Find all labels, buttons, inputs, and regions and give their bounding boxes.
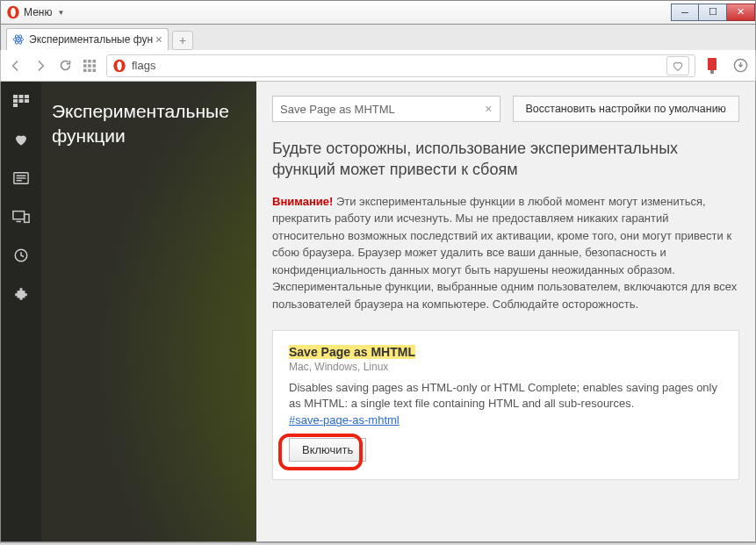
reset-defaults-button[interactable]: Восстановить настройки по умолчанию	[513, 96, 739, 122]
devices-icon[interactable]	[12, 208, 30, 226]
main-content: × Восстановить настройки по умолчанию Бу…	[256, 82, 755, 541]
menu-button[interactable]: Меню	[24, 6, 52, 18]
url-input[interactable]	[132, 59, 661, 72]
chevron-down-icon: ▼	[57, 9, 64, 17]
adblock-icon[interactable]	[704, 58, 720, 74]
warning-heading: Будьте осторожны, использование эксперим…	[272, 138, 739, 181]
tab-close-icon[interactable]: ×	[155, 32, 162, 47]
flag-search-input[interactable]	[280, 103, 485, 116]
news-icon[interactable]	[12, 169, 30, 187]
tab-title: Экспериментальные фун	[29, 33, 153, 46]
app-sidebar	[1, 82, 41, 541]
svg-rect-13	[88, 68, 91, 72]
flag-anchor-link[interactable]: #save-page-as-mhtml	[289, 413, 400, 427]
svg-rect-18	[710, 70, 714, 74]
svg-rect-20	[13, 95, 18, 98]
svg-rect-12	[83, 68, 87, 72]
flag-search-box[interactable]: ×	[272, 96, 500, 122]
back-button[interactable]	[8, 58, 24, 74]
svg-rect-33	[25, 214, 29, 222]
svg-rect-17	[708, 58, 716, 70]
speed-dial-button[interactable]	[82, 58, 97, 74]
enable-button[interactable]: Включить	[289, 438, 366, 462]
svg-rect-24	[19, 99, 24, 103]
tab-strip: Экспериментальные фун × +	[0, 25, 756, 50]
svg-rect-6	[83, 60, 87, 63]
svg-rect-8	[93, 60, 97, 63]
svg-rect-21	[19, 95, 24, 98]
toolbar	[0, 50, 756, 82]
extensions-icon[interactable]	[12, 285, 30, 303]
address-bar[interactable]	[106, 54, 695, 77]
page-heading-panel: Экспериментальные функции	[41, 82, 256, 541]
heart-icon[interactable]	[12, 131, 30, 148]
warning-paragraph: Внимание! Эти экспериментальные функции …	[272, 193, 739, 313]
svg-rect-26	[13, 104, 18, 107]
bookmark-heart-button[interactable]	[666, 56, 689, 75]
svg-point-1	[11, 8, 16, 18]
forward-button[interactable]	[32, 58, 48, 74]
opera-badge-icon	[112, 59, 126, 73]
window-titlebar: Меню ▼ ─ ☐ ✕	[0, 0, 756, 25]
grid-icon[interactable]	[12, 92, 30, 110]
svg-point-5	[18, 39, 19, 40]
svg-rect-10	[88, 64, 91, 68]
svg-rect-25	[25, 99, 29, 103]
svg-rect-14	[93, 68, 97, 72]
svg-rect-31	[13, 212, 25, 219]
svg-rect-22	[25, 95, 29, 98]
svg-rect-11	[93, 64, 97, 68]
atom-icon	[12, 33, 25, 46]
svg-point-16	[117, 61, 121, 70]
opera-logo-icon	[6, 5, 20, 19]
minimize-button[interactable]: ─	[671, 4, 699, 21]
history-icon[interactable]	[12, 247, 30, 264]
svg-rect-23	[13, 99, 18, 103]
maximize-button[interactable]: ☐	[699, 4, 727, 21]
reload-button[interactable]	[57, 58, 73, 74]
flag-title: Save Page as MHTML	[289, 345, 723, 359]
flag-card: Save Page as MHTML Mac, Windows, Linux D…	[272, 330, 739, 480]
downloads-button[interactable]	[732, 58, 748, 74]
tab-experimental[interactable]: Экспериментальные фун ×	[6, 28, 169, 50]
warning-label: Внимание!	[272, 195, 333, 208]
page-title: Экспериментальные функции	[52, 99, 246, 149]
clear-search-icon[interactable]: ×	[485, 102, 492, 116]
svg-rect-9	[83, 64, 87, 68]
warning-body: Эти экспериментальные функции в любой мо…	[272, 195, 737, 311]
flag-description: Disables saving pages as HTML-only or HT…	[289, 380, 723, 412]
new-tab-button[interactable]: +	[172, 31, 193, 50]
flag-platforms: Mac, Windows, Linux	[289, 361, 723, 373]
svg-rect-7	[88, 60, 91, 63]
close-button[interactable]: ✕	[727, 4, 755, 21]
